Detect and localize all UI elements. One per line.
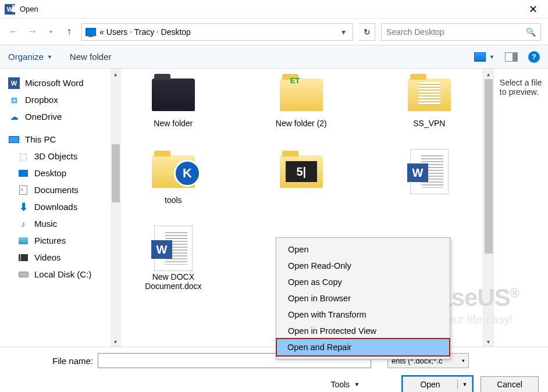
onedrive-icon: ☁ bbox=[8, 111, 20, 123]
content-scrollbar[interactable]: ▴ ▾ bbox=[483, 69, 493, 347]
crumb-item[interactable]: Users bbox=[106, 27, 128, 37]
scroll-down-icon[interactable]: ▾ bbox=[483, 336, 494, 347]
search-icon[interactable]: 🔍 bbox=[526, 27, 536, 37]
folder-item[interactable]: New folder bbox=[133, 74, 214, 128]
sidebar-item-label: Pictures bbox=[34, 236, 66, 245]
menu-open-and-repair[interactable]: Open and Repair bbox=[277, 339, 449, 355]
sidebar-item-pictures[interactable]: Pictures bbox=[6, 232, 121, 249]
sidebar-item-3d-objects[interactable]: ⬚3D Objects bbox=[6, 148, 121, 165]
file-name-label: File name: bbox=[0, 356, 93, 366]
footer: File name: ents (*.docx;*.c▾ Tools▼ Open… bbox=[0, 347, 548, 392]
sidebar-item-label: 3D Objects bbox=[34, 151, 77, 161]
recent-dropdown[interactable]: ▾ bbox=[44, 26, 57, 38]
menu-open-protected-view[interactable]: Open in Protected View bbox=[277, 323, 449, 339]
pc-icon bbox=[8, 134, 20, 145]
downloads-icon: ⬇ bbox=[17, 201, 29, 213]
sidebar-item-documents[interactable]: Documents bbox=[6, 181, 121, 198]
sidebar-item-label: Local Disk (C:) bbox=[34, 269, 91, 279]
sidebar-item-desktop[interactable]: Desktop bbox=[6, 165, 121, 181]
3d-icon: ⬚ bbox=[17, 151, 29, 162]
back-button[interactable]: ← bbox=[7, 26, 20, 38]
sidebar-item-label: Videos bbox=[34, 252, 61, 262]
menu-open-with-transform[interactable]: Open with Transform bbox=[277, 307, 449, 323]
main-area: WMicrosoft Word ⧈Dropbox ☁OneDrive This … bbox=[0, 69, 548, 347]
organize-label: Organize bbox=[8, 52, 44, 62]
preview-pane-button[interactable] bbox=[505, 52, 518, 62]
breadcrumb[interactable]: « Users› Tracy› Desktop bbox=[99, 27, 191, 37]
scroll-up-icon[interactable]: ▴ bbox=[111, 69, 121, 79]
tools-label: Tools bbox=[330, 380, 350, 389]
sidebar-item-dropbox[interactable]: ⧈Dropbox bbox=[6, 91, 121, 108]
refresh-button[interactable]: ↻ bbox=[359, 23, 375, 41]
toolbar: Organize ▼ New folder ▼ ? bbox=[0, 45, 548, 69]
close-button[interactable]: ✕ bbox=[522, 3, 543, 16]
scrollbar-thumb[interactable] bbox=[485, 79, 493, 254]
word-app-icon: W bbox=[5, 4, 15, 15]
item-label: New DOCX Document.docx bbox=[133, 272, 214, 291]
sidebar-item-onedrive[interactable]: ☁OneDrive bbox=[6, 108, 121, 125]
forward-button[interactable]: → bbox=[26, 26, 38, 38]
tools-button[interactable]: Tools▼ bbox=[330, 380, 360, 389]
open-button[interactable]: Open ▼ bbox=[403, 376, 472, 392]
menu-open[interactable]: Open bbox=[277, 241, 449, 258]
sidebar-item-word[interactable]: WMicrosoft Word bbox=[6, 74, 121, 91]
search-input[interactable] bbox=[386, 27, 526, 37]
menu-open-in-browser[interactable]: Open in Browser bbox=[277, 290, 449, 307]
open-button-dropdown[interactable]: ▼ bbox=[458, 382, 472, 387]
navbar: ← → ▾ ↑ « Users› Tracy› Desktop ▾ ↻ 🔍 bbox=[0, 19, 548, 45]
chevron-down-icon: ▼ bbox=[354, 382, 360, 387]
search-box[interactable]: 🔍 bbox=[381, 23, 541, 41]
sidebar-item-downloads[interactable]: ⬇Downloads bbox=[6, 198, 121, 215]
crumb-item[interactable]: Desktop bbox=[161, 27, 191, 37]
sidebar-scrollbar[interactable]: ▴ ▾ bbox=[111, 69, 121, 347]
item-label: New folder (2) bbox=[276, 119, 327, 128]
chevron-down-icon: ▼ bbox=[47, 54, 52, 60]
scroll-up-icon[interactable]: ▴ bbox=[483, 69, 494, 79]
sidebar-item-label: Downloads bbox=[34, 202, 77, 212]
address-dropdown[interactable]: ▾ bbox=[338, 27, 349, 37]
new-folder-button[interactable]: New folder bbox=[70, 52, 112, 62]
file-item[interactable]: New DOCX Document.docx bbox=[133, 228, 214, 291]
sidebar-item-videos[interactable]: Videos bbox=[6, 249, 121, 266]
pictures-icon bbox=[17, 235, 29, 247]
sidebar-item-local-disk[interactable]: Local Disk (C:) bbox=[6, 266, 121, 283]
desktop-icon bbox=[17, 168, 29, 179]
sidebar-item-music[interactable]: ♪Music bbox=[6, 215, 121, 232]
file-item[interactable] bbox=[389, 151, 470, 205]
dropbox-icon: ⧈ bbox=[8, 94, 20, 106]
scroll-down-icon[interactable]: ▾ bbox=[111, 336, 121, 347]
sidebar-item-label: OneDrive bbox=[25, 112, 62, 122]
folder-item[interactable]: New folder (2) bbox=[261, 74, 342, 128]
menu-open-read-only[interactable]: Open Read-Only bbox=[277, 258, 449, 274]
videos-icon bbox=[17, 252, 29, 263]
sidebar-item-this-pc[interactable]: This PC bbox=[6, 131, 121, 148]
sidebar-item-label: This PC bbox=[25, 134, 56, 144]
open-split-menu: Open Open Read-Only Open as Copy Open in… bbox=[276, 237, 450, 359]
view-mode-dropdown[interactable]: ▼ bbox=[489, 54, 494, 60]
open-button-label[interactable]: Open bbox=[403, 380, 458, 389]
chevron-right-icon: › bbox=[130, 28, 131, 35]
preview-pane: Select a file to preview. bbox=[493, 69, 548, 347]
music-icon: ♪ bbox=[17, 218, 29, 230]
organize-button[interactable]: Organize ▼ bbox=[8, 52, 52, 62]
item-label: tools bbox=[165, 195, 182, 205]
menu-open-as-copy[interactable]: Open as Copy bbox=[277, 274, 449, 290]
chevron-right-icon: › bbox=[156, 28, 158, 35]
crumb-prefix: « bbox=[99, 27, 104, 37]
folder-item[interactable]: SS_VPN bbox=[389, 74, 470, 128]
folder-item[interactable]: tools bbox=[133, 151, 214, 205]
crumb-item[interactable]: Tracy bbox=[134, 27, 154, 37]
help-button[interactable]: ? bbox=[528, 51, 540, 63]
scrollbar-thumb[interactable] bbox=[112, 144, 120, 202]
folder-item[interactable] bbox=[261, 151, 342, 205]
sidebar-item-label: Documents bbox=[34, 185, 79, 195]
view-mode-button[interactable] bbox=[474, 52, 486, 62]
sidebar: WMicrosoft Word ⧈Dropbox ☁OneDrive This … bbox=[0, 69, 121, 347]
sidebar-item-label: Desktop bbox=[34, 168, 66, 178]
word-icon: W bbox=[8, 77, 20, 89]
cancel-button[interactable]: Cancel bbox=[481, 376, 539, 392]
titlebar: W Open ✕ bbox=[0, 0, 548, 19]
address-bar[interactable]: « Users› Tracy› Desktop ▾ bbox=[81, 23, 353, 41]
location-icon bbox=[86, 28, 96, 36]
up-button[interactable]: ↑ bbox=[63, 26, 76, 38]
